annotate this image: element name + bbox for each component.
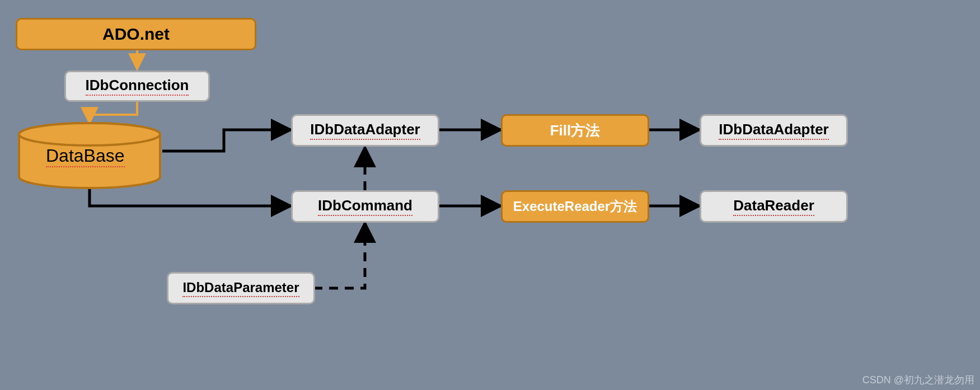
database-label: DataBase (46, 145, 125, 166)
idbdataadapter2-node: IDbDataAdapter (700, 114, 848, 147)
executereader-node: ExecuteReader方法 (501, 190, 649, 223)
idbdataadapter1-node: IDbDataAdapter (291, 114, 439, 147)
idbdataparameter-node: IDbDataParameter (167, 272, 315, 304)
svg-point-1 (19, 123, 160, 145)
fill-node: Fill方法 (501, 114, 649, 147)
watermark-text: CSDN @初九之潜龙勿用 (862, 373, 974, 387)
ado-node: ADO.net (16, 18, 256, 50)
idbconnection-node: IDbConnection (64, 71, 210, 102)
datareader-node: DataReader (700, 190, 848, 223)
idbcommand-node: IDbCommand (291, 190, 439, 223)
